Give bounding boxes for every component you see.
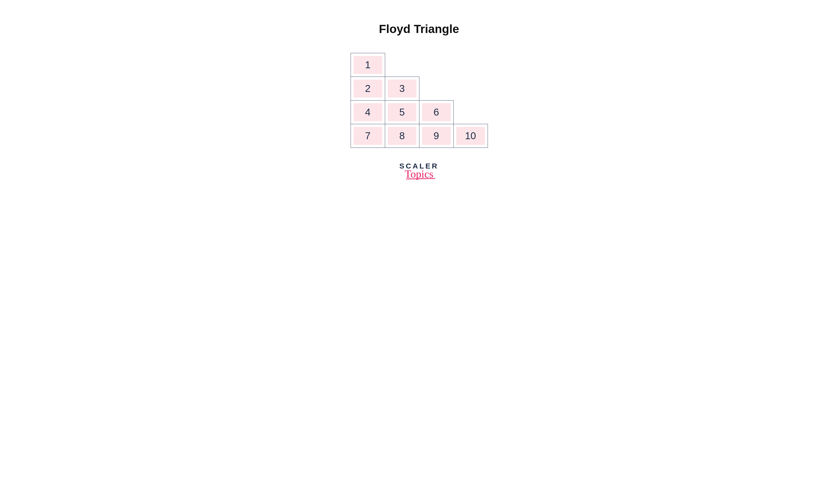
cell-value: 6 xyxy=(422,103,451,121)
triangle-cell: 4 xyxy=(351,100,385,124)
cell-value: 9 xyxy=(422,127,451,145)
triangle-cell: 9 xyxy=(419,124,453,148)
cell-value: 10 xyxy=(456,127,485,145)
cell-value: 5 xyxy=(388,103,416,121)
cell-value: 3 xyxy=(388,79,416,97)
triangle-cell: 3 xyxy=(385,77,420,101)
triangle-row: 4 5 6 xyxy=(351,100,453,124)
page-title: Floyd Triangle xyxy=(379,22,459,36)
triangle-row: 7 8 9 10 xyxy=(351,124,488,147)
cell-value: 2 xyxy=(354,79,382,97)
cell-value: 7 xyxy=(354,127,382,145)
triangle-cell: 7 xyxy=(351,124,385,148)
triangle-cell: 8 xyxy=(385,124,420,148)
cell-value: 4 xyxy=(354,103,382,121)
triangle-cell: 10 xyxy=(453,124,488,148)
triangle-row: 1 xyxy=(351,53,385,77)
logo-sub-text: Topics xyxy=(405,169,433,180)
triangle-row: 2 3 xyxy=(351,77,419,100)
floyd-triangle: 1 2 3 4 5 6 7 8 9 10 xyxy=(351,53,488,147)
cell-value: 1 xyxy=(354,56,382,74)
scaler-topics-logo: SCALER Topics xyxy=(399,162,439,180)
cell-value: 8 xyxy=(388,127,416,145)
triangle-cell: 5 xyxy=(385,100,420,124)
triangle-cell: 2 xyxy=(351,77,385,101)
triangle-cell: 1 xyxy=(351,53,385,77)
triangle-cell: 6 xyxy=(419,100,453,124)
